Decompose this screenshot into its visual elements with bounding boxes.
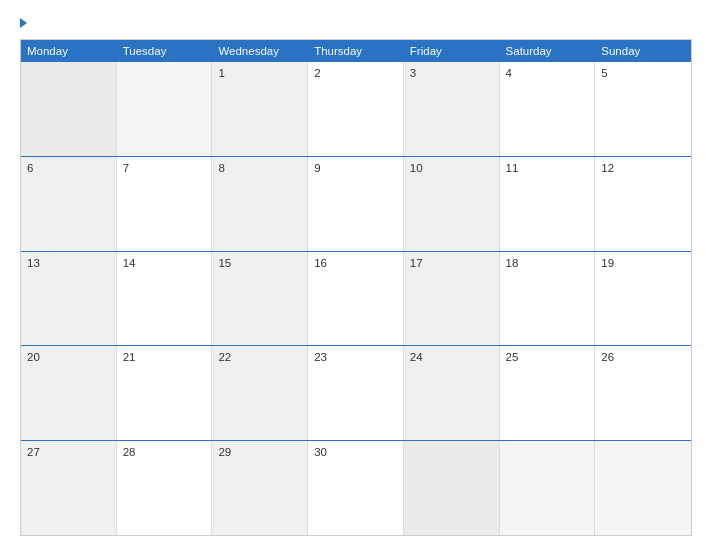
calendar-grid: MondayTuesdayWednesdayThursdayFridaySatu… bbox=[20, 39, 692, 536]
day-cell: 14 bbox=[117, 252, 213, 346]
week-row-2: 13141516171819 bbox=[21, 251, 691, 346]
day-number: 15 bbox=[218, 257, 301, 269]
day-number: 9 bbox=[314, 162, 397, 174]
day-headers-row: MondayTuesdayWednesdayThursdayFridaySatu… bbox=[21, 40, 691, 62]
day-cell bbox=[595, 441, 691, 535]
day-header-thursday: Thursday bbox=[308, 40, 404, 62]
calendar-page: MondayTuesdayWednesdayThursdayFridaySatu… bbox=[0, 0, 712, 550]
day-cell: 29 bbox=[212, 441, 308, 535]
day-number: 3 bbox=[410, 67, 493, 79]
day-number: 29 bbox=[218, 446, 301, 458]
day-cell: 10 bbox=[404, 157, 500, 251]
week-row-3: 20212223242526 bbox=[21, 345, 691, 440]
day-cell: 24 bbox=[404, 346, 500, 440]
day-number: 23 bbox=[314, 351, 397, 363]
day-number: 19 bbox=[601, 257, 685, 269]
day-header-wednesday: Wednesday bbox=[212, 40, 308, 62]
day-cell: 9 bbox=[308, 157, 404, 251]
day-number: 5 bbox=[601, 67, 685, 79]
day-number: 14 bbox=[123, 257, 206, 269]
day-cell: 19 bbox=[595, 252, 691, 346]
day-number: 28 bbox=[123, 446, 206, 458]
day-number: 1 bbox=[218, 67, 301, 79]
day-number: 27 bbox=[27, 446, 110, 458]
day-cell: 16 bbox=[308, 252, 404, 346]
day-number: 11 bbox=[506, 162, 589, 174]
day-header-tuesday: Tuesday bbox=[117, 40, 213, 62]
day-header-sunday: Sunday bbox=[595, 40, 691, 62]
day-cell: 1 bbox=[212, 62, 308, 156]
day-cell: 6 bbox=[21, 157, 117, 251]
day-cell: 25 bbox=[500, 346, 596, 440]
day-cell: 11 bbox=[500, 157, 596, 251]
day-cell bbox=[21, 62, 117, 156]
day-cell: 21 bbox=[117, 346, 213, 440]
day-number: 12 bbox=[601, 162, 685, 174]
day-cell: 27 bbox=[21, 441, 117, 535]
day-number: 16 bbox=[314, 257, 397, 269]
day-cell: 5 bbox=[595, 62, 691, 156]
day-cell: 7 bbox=[117, 157, 213, 251]
day-number: 4 bbox=[506, 67, 589, 79]
day-number: 6 bbox=[27, 162, 110, 174]
logo-triangle-icon bbox=[20, 18, 27, 28]
logo bbox=[20, 18, 29, 29]
day-cell: 20 bbox=[21, 346, 117, 440]
logo-blue-row bbox=[20, 18, 29, 29]
day-cell: 2 bbox=[308, 62, 404, 156]
day-number: 30 bbox=[314, 446, 397, 458]
day-header-monday: Monday bbox=[21, 40, 117, 62]
day-number: 25 bbox=[506, 351, 589, 363]
day-number: 26 bbox=[601, 351, 685, 363]
weeks-container: 1234567891011121314151617181920212223242… bbox=[21, 62, 691, 535]
day-number: 22 bbox=[218, 351, 301, 363]
day-cell: 12 bbox=[595, 157, 691, 251]
day-cell: 15 bbox=[212, 252, 308, 346]
day-number: 2 bbox=[314, 67, 397, 79]
day-number: 21 bbox=[123, 351, 206, 363]
day-number: 10 bbox=[410, 162, 493, 174]
day-cell: 22 bbox=[212, 346, 308, 440]
day-number: 13 bbox=[27, 257, 110, 269]
week-row-0: 12345 bbox=[21, 62, 691, 156]
day-cell: 28 bbox=[117, 441, 213, 535]
header-row bbox=[20, 18, 692, 29]
day-number: 20 bbox=[27, 351, 110, 363]
day-number: 8 bbox=[218, 162, 301, 174]
day-cell: 17 bbox=[404, 252, 500, 346]
day-cell: 3 bbox=[404, 62, 500, 156]
day-cell: 30 bbox=[308, 441, 404, 535]
day-number: 24 bbox=[410, 351, 493, 363]
day-number: 17 bbox=[410, 257, 493, 269]
day-header-friday: Friday bbox=[404, 40, 500, 62]
day-cell: 18 bbox=[500, 252, 596, 346]
day-cell: 26 bbox=[595, 346, 691, 440]
day-cell bbox=[500, 441, 596, 535]
day-header-saturday: Saturday bbox=[500, 40, 596, 62]
week-row-1: 6789101112 bbox=[21, 156, 691, 251]
day-cell bbox=[117, 62, 213, 156]
day-number: 18 bbox=[506, 257, 589, 269]
day-cell: 8 bbox=[212, 157, 308, 251]
day-cell bbox=[404, 441, 500, 535]
day-cell: 13 bbox=[21, 252, 117, 346]
day-cell: 23 bbox=[308, 346, 404, 440]
day-cell: 4 bbox=[500, 62, 596, 156]
day-number: 7 bbox=[123, 162, 206, 174]
week-row-4: 27282930 bbox=[21, 440, 691, 535]
